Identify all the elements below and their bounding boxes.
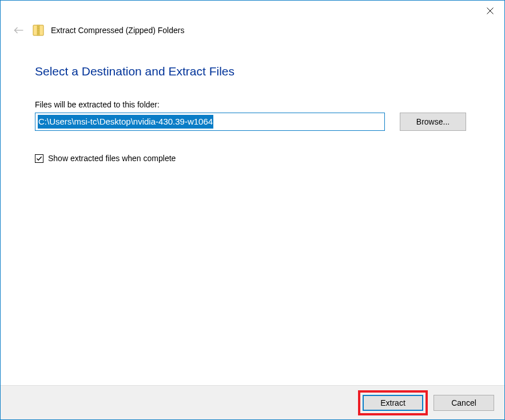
- destination-path-input[interactable]: C:\Users\msi-tc\Desktop\nvidia-430.39-w1…: [35, 113, 385, 131]
- close-button[interactable]: [477, 2, 503, 20]
- path-label: Files will be extracted to this folder:: [35, 100, 470, 109]
- show-files-label: Show extracted files when complete: [48, 154, 176, 163]
- content-area: Select a Destination and Extract Files F…: [1, 37, 504, 163]
- wizard-title: Extract Compressed (Zipped) Folders: [51, 26, 184, 35]
- page-heading: Select a Destination and Extract Files: [35, 65, 470, 78]
- cancel-button[interactable]: Cancel: [434, 395, 494, 411]
- browse-button[interactable]: Browse...: [400, 113, 466, 131]
- checkbox-row: Show extracted files when complete: [35, 154, 470, 163]
- back-arrow-icon: [13, 25, 25, 36]
- extract-highlight-annotation: Extract: [358, 390, 428, 415]
- footer: Extract Cancel: [1, 385, 504, 419]
- checkmark-icon: [36, 155, 42, 162]
- close-icon: [487, 7, 494, 14]
- destination-path-text: C:\Users\msi-tc\Desktop\nvidia-430.39-w1…: [38, 115, 213, 129]
- path-row: C:\Users\msi-tc\Desktop\nvidia-430.39-w1…: [35, 113, 470, 131]
- back-button[interactable]: [12, 23, 26, 37]
- titlebar: [1, 1, 504, 22]
- show-files-checkbox[interactable]: [35, 154, 43, 163]
- extract-button[interactable]: Extract: [363, 395, 423, 411]
- zip-folder-icon: [33, 23, 44, 37]
- header-row: Extract Compressed (Zipped) Folders: [1, 22, 504, 37]
